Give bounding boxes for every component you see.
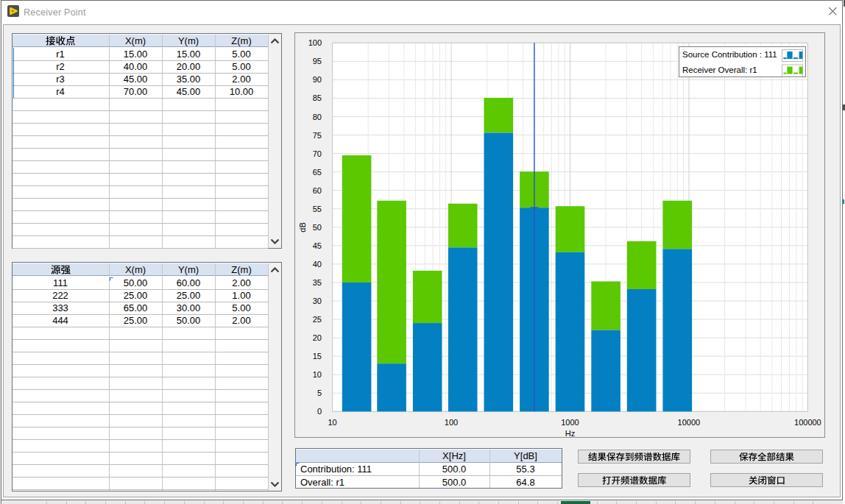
svg-text:dB: dB <box>298 222 307 232</box>
svg-text:40: 40 <box>313 260 322 269</box>
svg-text:90: 90 <box>313 75 322 84</box>
svg-text:85: 85 <box>313 93 322 102</box>
svg-text:Source Contribution : 111: Source Contribution : 111 <box>682 50 777 59</box>
svg-text:1000: 1000 <box>561 418 579 427</box>
svg-text:60: 60 <box>313 186 322 195</box>
svg-text:100000: 100000 <box>794 418 821 427</box>
svg-text:100: 100 <box>445 418 458 427</box>
svg-text:0: 0 <box>317 407 322 416</box>
svg-text:55: 55 <box>313 205 322 213</box>
svg-text:10: 10 <box>328 418 336 427</box>
svg-text:35: 35 <box>313 278 322 287</box>
svg-text:95: 95 <box>313 57 322 65</box>
svg-text:80: 80 <box>313 113 322 121</box>
svg-text:15: 15 <box>313 352 322 361</box>
svg-text:65: 65 <box>313 168 322 177</box>
svg-text:25: 25 <box>313 315 322 324</box>
svg-text:100: 100 <box>308 38 322 47</box>
svg-text:Receiver Overall: r1: Receiver Overall: r1 <box>682 65 757 74</box>
svg-text:70: 70 <box>313 149 322 158</box>
svg-text:45: 45 <box>313 241 322 250</box>
svg-text:10000: 10000 <box>678 418 701 427</box>
svg-text:50: 50 <box>313 223 322 232</box>
svg-text:10: 10 <box>313 370 322 379</box>
svg-text:5: 5 <box>317 388 322 397</box>
svg-text:Hz: Hz <box>565 429 575 438</box>
svg-text:20: 20 <box>313 333 322 342</box>
svg-text:75: 75 <box>313 131 322 140</box>
svg-text:30: 30 <box>313 297 322 305</box>
